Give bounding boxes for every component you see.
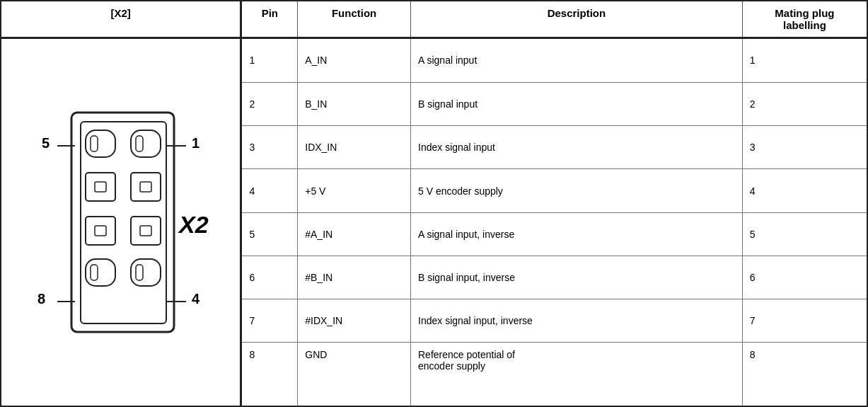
pin-cell: 1 — [241, 38, 298, 83]
pin-cell: 8 — [241, 343, 298, 406]
description-cell: A signal input, inverse — [411, 212, 743, 256]
pin-cell: 6 — [241, 256, 298, 299]
mating-cell: 2 — [742, 82, 867, 125]
function-cell: #B_IN — [298, 256, 411, 299]
col-header-mating: Mating plug labelling — [742, 1, 867, 38]
connector-outer-rect — [71, 113, 174, 332]
pin-inner-1 — [91, 136, 98, 151]
desc-line2: encoder supply — [418, 360, 485, 372]
function-cell: +5 V — [298, 169, 411, 212]
function-cell: A_IN — [298, 38, 411, 83]
function-cell: GND — [298, 343, 411, 406]
description-cell: Reference potential ofencoder supply — [411, 343, 743, 406]
connector-diagram-cell: 5 1 8 4 — [1, 38, 241, 407]
mating-line2: labelling — [783, 19, 826, 31]
function-cell: #IDX_IN — [298, 299, 411, 343]
pin-cell: 5 — [241, 212, 298, 256]
pin-cell: 4 — [241, 169, 298, 212]
pin-inner-2 — [136, 136, 143, 151]
pin-cell: 3 — [241, 126, 298, 169]
description-cell: Index signal input, inverse — [411, 299, 743, 343]
description-cell: A signal input — [411, 38, 743, 83]
x2-header-cell: [X2] — [1, 1, 241, 38]
description-cell: B signal input, inverse — [411, 256, 743, 299]
mating-cell: 6 — [742, 256, 867, 299]
table-row: 5 1 8 4 — [1, 38, 867, 83]
col-header-function: Function — [298, 1, 411, 38]
pin5-label: 5 — [42, 135, 50, 151]
mating-cell: 7 — [742, 299, 867, 343]
description-cell: 5 V encoder supply — [411, 169, 743, 212]
pin1-label: 1 — [192, 135, 199, 151]
description-cell: Index signal input — [411, 126, 743, 169]
function-cell: #A_IN — [298, 212, 411, 256]
pin8-label: 8 — [37, 291, 45, 306]
pin-shape-5 — [86, 217, 115, 245]
pin-inner-8 — [136, 265, 143, 280]
pin-shape-3 — [86, 173, 115, 201]
mating-cell: 1 — [742, 38, 867, 83]
pin-inner-3 — [95, 182, 106, 192]
function-cell: B_IN — [298, 82, 411, 125]
col-header-description: Description — [411, 1, 743, 38]
pin-cell: 7 — [241, 299, 298, 343]
pin-inner-5 — [95, 226, 106, 236]
pin4-label: 4 — [192, 291, 200, 306]
mating-cell: 5 — [742, 212, 867, 256]
function-cell: IDX_IN — [298, 126, 411, 169]
mating-cell: 8 — [742, 343, 867, 406]
mating-line1: Mating plug — [775, 7, 834, 19]
pin-inner-7 — [91, 265, 98, 280]
x2-title: [X2] — [111, 7, 131, 19]
main-table: [X2] Pin Function Description Mating plu… — [0, 0, 868, 407]
pin-shape-6 — [131, 217, 161, 245]
x2-big-label: X2 — [178, 211, 209, 238]
pin-inner-6 — [140, 226, 151, 236]
mating-cell: 3 — [742, 126, 867, 169]
pin-shape-4 — [131, 173, 161, 201]
pin-inner-4 — [140, 182, 151, 192]
description-cell: B signal input — [411, 82, 743, 125]
connector-diagram: 5 1 8 4 — [22, 70, 220, 374]
desc-line1: Reference potential of — [418, 349, 515, 360]
mating-cell: 4 — [742, 169, 867, 212]
pin-cell: 2 — [241, 82, 298, 125]
col-header-pin: Pin — [241, 1, 298, 38]
